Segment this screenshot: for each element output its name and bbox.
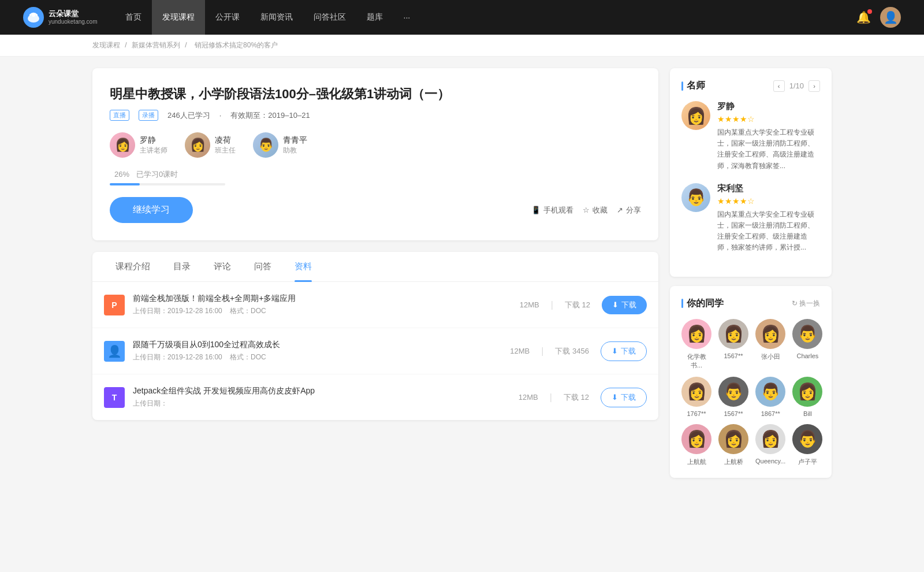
nav-more[interactable]: ···	[393, 0, 421, 35]
resource-name-0: 前端全栈加强版！前端全栈+全周期+多端应用	[133, 294, 512, 304]
navbar: 云朵课堂 yunduoketang.com 首页 发现课程 公开课 新闻资讯 问…	[0, 0, 924, 35]
teachers-panel-title: 名师	[681, 80, 705, 92]
nav-news[interactable]: 新闻资讯	[250, 0, 303, 35]
classmate-avatar-4[interactable]: 👩	[681, 377, 711, 407]
action-buttons: 📱 手机观看 ☆ 收藏 ↗ 分享	[531, 205, 641, 216]
resource-size-2: 12MB	[519, 393, 538, 402]
tab-qa[interactable]: 问答	[243, 252, 283, 281]
nav-discover[interactable]: 发现课程	[152, 0, 205, 35]
download-icon-0: ⬇	[612, 300, 619, 309]
logo[interactable]: 云朵课堂 yunduoketang.com	[23, 7, 98, 28]
nav-items: 首页 发现课程 公开课 新闻资讯 问答社区 题库 ···	[115, 0, 856, 35]
download-button-2[interactable]: ⬇ 下载	[601, 388, 647, 407]
classmates-panel-title: 你的同学	[681, 298, 724, 310]
teacher-panel-desc-1: 国内某重点大学安全工程专业硕士，国家一级注册消防工程师、注册安全工程师、级注册建…	[717, 209, 820, 254]
download-icon-1: ⬇	[612, 347, 618, 355]
course-card: 明星中教授课，小学阶段语法100分–强化级第1讲动词（一） 直播 录播 246人…	[92, 68, 658, 240]
classmate-avatar-6[interactable]: 👨	[755, 377, 785, 407]
classmate-avatar-1[interactable]: 👩	[718, 319, 748, 349]
teacher-avatar-1: 👩	[185, 132, 210, 158]
classmate-name-11: 卢子平	[798, 458, 817, 466]
classmate-avatar-10[interactable]: 👩	[755, 424, 785, 454]
teacher-panel-stars-0: ★★★★☆	[717, 114, 820, 124]
nav-qa[interactable]: 问答社区	[303, 0, 356, 35]
classmate-name-6: 1867**	[761, 410, 780, 417]
classmate-avatar-3[interactable]: 👨	[792, 319, 822, 349]
classmate-item-3: 👨 Charles	[792, 319, 822, 370]
classmates-grid: 👩 化学教书... 👩 1567** 👩 张小田 👨 Charles 👩	[681, 319, 820, 466]
classmate-avatar-5[interactable]: 👨	[718, 377, 748, 407]
classmate-avatar-8[interactable]: 👩	[681, 424, 711, 454]
resource-icon-1: 👤	[104, 341, 125, 362]
progress-label: 26% 已学习0课时	[110, 169, 641, 180]
logo-text: 云朵课堂 yunduoketang.com	[49, 9, 98, 25]
tab-resource[interactable]: 资料	[283, 252, 323, 281]
classmate-avatar-0[interactable]: 👩	[681, 319, 711, 349]
tabs-header: 课程介绍 目录 评论 问答 资料	[92, 252, 658, 282]
tab-content: P 前端全栈加强版！前端全栈+全周期+多端应用 上传日期：2019-12-28 …	[92, 282, 658, 420]
teacher-panel-name-0: 罗静	[717, 101, 820, 112]
download-button-0[interactable]: ⬇ 下载	[602, 296, 647, 314]
nav-right: 🔔 👤	[856, 7, 901, 28]
tab-intro[interactable]: 课程介绍	[104, 252, 162, 281]
mobile-watch-button[interactable]: 📱 手机观看	[531, 205, 573, 216]
classmate-item-4: 👩 1767**	[681, 377, 711, 417]
continue-button[interactable]: 继续学习	[110, 197, 193, 223]
tabs-section: 课程介绍 目录 评论 问答 资料 P 前端全栈加强版！前端全栈+全周期+多端应用…	[92, 252, 658, 420]
classmate-item-8: 👩 上航航	[681, 424, 711, 466]
teachers-panel: 名师 ‹ 1/10 › 👩 罗静 ★★★★☆ 国内某重点大学安全工程专业硕士，国…	[670, 68, 832, 277]
teacher-info-1: 凌荷 班主任	[215, 135, 236, 155]
share-button[interactable]: ↗ 分享	[617, 205, 641, 216]
teachers-panel-header: 名师 ‹ 1/10 ›	[681, 80, 820, 92]
teacher-name-0: 罗静	[140, 135, 167, 146]
classmate-avatar-7[interactable]: 👩	[792, 377, 822, 407]
teacher-info-0: 罗静 主讲老师	[140, 135, 167, 155]
teachers-panel-nav: ‹ 1/10 ›	[773, 80, 820, 92]
resource-downloads-2: 下载 12	[564, 392, 589, 403]
progress-section: 26% 已学习0课时	[110, 169, 641, 185]
tab-catalog[interactable]: 目录	[162, 252, 202, 281]
bell-icon[interactable]: 🔔	[856, 10, 871, 24]
resource-name-2: Jetpack全组件实战 开发短视频应用高仿皮皮虾App	[133, 386, 511, 396]
nav-open[interactable]: 公开课	[205, 0, 250, 35]
breadcrumb-series[interactable]: 新媒体营销系列	[132, 41, 180, 49]
teacher-panel-info-1: 宋利坚 ★★★★☆ 国内某重点大学安全工程专业硕士，国家一级注册消防工程师、注册…	[717, 183, 820, 254]
classmate-name-7: Bill	[803, 410, 812, 417]
resource-item-0: P 前端全栈加强版！前端全栈+全周期+多端应用 上传日期：2019-12-28 …	[92, 282, 658, 328]
action-row: 继续学习 📱 手机观看 ☆ 收藏 ↗ 分享	[110, 197, 641, 223]
classmate-item-10: 👩 Queency...	[755, 424, 785, 466]
resource-meta-2: 上传日期：	[133, 399, 511, 408]
left-panel: 明星中教授课，小学阶段语法100分–强化级第1讲动词（一） 直播 录播 246人…	[92, 68, 658, 487]
teacher-avatar-0: 👩	[110, 132, 135, 158]
breadcrumb-discover[interactable]: 发现课程	[92, 41, 120, 49]
collect-button[interactable]: ☆ 收藏	[583, 205, 608, 216]
classmate-item-7: 👩 Bill	[792, 377, 822, 417]
tab-review[interactable]: 评论	[202, 252, 243, 281]
resource-downloads-0: 下载 12	[565, 300, 590, 310]
classmate-name-3: Charles	[796, 352, 818, 359]
progress-bar-fill	[110, 183, 140, 185]
teacher-panel-stars-1: ★★★★☆	[717, 196, 820, 206]
classmate-avatar-11[interactable]: 👨	[792, 424, 822, 454]
nav-bank[interactable]: 题库	[356, 0, 393, 35]
classmate-avatar-2[interactable]: 👩	[755, 319, 785, 349]
star-icon: ☆	[583, 206, 590, 214]
teacher-item-1: 👩 凌荷 班主任	[185, 132, 236, 158]
classmate-name-1: 1567**	[724, 352, 743, 359]
classmates-header: 你的同学 ↻ 换一换	[681, 298, 820, 310]
resource-right-1: 12MB | 下载 3456 ⬇ 下载	[510, 341, 647, 361]
teacher-panel-info-0: 罗静 ★★★★☆ 国内某重点大学安全工程专业硕士，国家一级注册消防工程师、注册安…	[717, 101, 820, 172]
user-avatar-nav[interactable]: 👤	[880, 7, 901, 28]
teachers-prev-button[interactable]: ‹	[773, 80, 785, 92]
classmate-name-9: 上航桥	[724, 458, 743, 466]
svg-point-1	[32, 13, 35, 17]
download-button-1[interactable]: ⬇ 下载	[601, 341, 647, 361]
nav-home[interactable]: 首页	[115, 0, 152, 35]
course-title: 明星中教授课，小学阶段语法100分–强化级第1讲动词（一）	[110, 86, 641, 103]
course-meta: 直播 录播 246人已学习 · 有效期至：2019–10–21	[110, 110, 641, 121]
refresh-button[interactable]: ↻ 换一换	[792, 299, 820, 309]
classmate-name-8: 上航航	[687, 458, 706, 466]
teacher-role-1: 班主任	[215, 146, 236, 155]
teachers-next-button[interactable]: ›	[808, 80, 820, 92]
classmate-avatar-9[interactable]: 👩	[718, 424, 748, 454]
